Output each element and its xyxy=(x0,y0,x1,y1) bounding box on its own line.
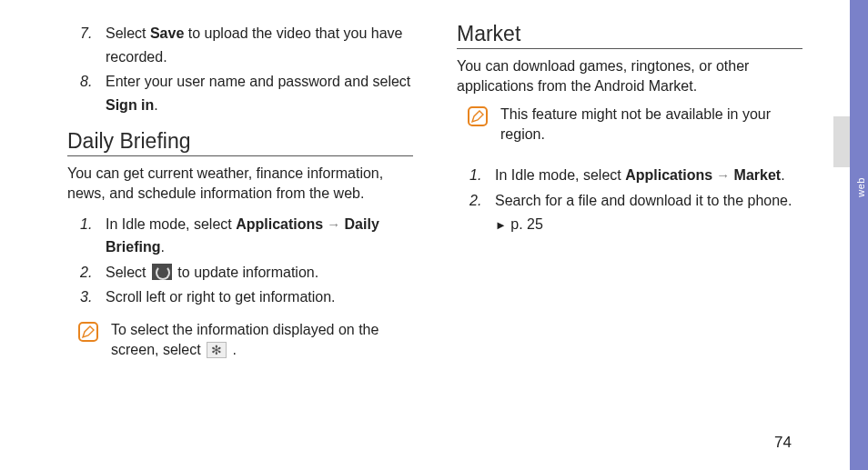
market-steps: In Idle mode, select Applications → Mark… xyxy=(457,164,802,235)
bold: Sign in xyxy=(106,97,154,113)
text: In Idle mode, select xyxy=(495,167,625,183)
step-8: Enter your user name and password and se… xyxy=(67,70,413,116)
step-3: Scroll left or right to get information. xyxy=(67,285,413,309)
manual-page: Select Save to upload the video that you… xyxy=(0,0,868,470)
text: Select xyxy=(106,25,150,41)
text: p. 25 xyxy=(507,216,543,232)
side-tab xyxy=(850,0,868,470)
left-column: Select Save to upload the video that you… xyxy=(49,22,431,470)
step-7: Select Save to upload the video that you… xyxy=(67,22,413,68)
arrow-icon: → xyxy=(323,216,344,232)
step-2: Select to update information. xyxy=(67,261,413,285)
note-box: To select the information displayed on t… xyxy=(78,320,413,359)
right-column: Market You can download games, ringtones… xyxy=(439,22,821,470)
intro-text: You can get current weather, finance inf… xyxy=(67,164,413,203)
heading-daily-briefing: Daily Briefing xyxy=(67,129,413,156)
side-tab-label: web xyxy=(855,177,866,197)
page-number: 74 xyxy=(774,434,792,452)
text: Enter your user name and password and se… xyxy=(106,74,410,89)
intro-text: You can download games, ringtones, or ot… xyxy=(457,56,802,95)
text: . xyxy=(228,342,237,357)
step-1: In Idle mode, select Applications → Dail… xyxy=(67,213,413,259)
text: In Idle mode, select xyxy=(106,216,236,232)
bold: Applications xyxy=(236,216,323,232)
gear-icon xyxy=(207,342,227,358)
note-text: This feature might not be available in y… xyxy=(500,105,802,144)
text: Select xyxy=(106,265,150,280)
step-1: In Idle mode, select Applications → Mark… xyxy=(457,164,802,187)
bold: Applications xyxy=(625,167,712,183)
continued-steps-list: Select Save to upload the video that you… xyxy=(67,22,413,116)
text: Search for a file and download it to the… xyxy=(495,193,792,208)
note-pencil-icon xyxy=(78,322,98,342)
heading-market: Market xyxy=(457,22,802,49)
note-text: To select the information displayed on t… xyxy=(111,320,413,359)
text: to update information. xyxy=(174,265,318,280)
daily-briefing-steps: In Idle mode, select Applications → Dail… xyxy=(67,213,413,309)
text: . xyxy=(160,239,164,255)
triangle-icon: ► xyxy=(495,218,507,232)
note-pencil-icon xyxy=(468,106,488,126)
refresh-icon xyxy=(152,264,172,280)
text: To select the information displayed on t… xyxy=(111,322,378,357)
arrow-icon: → xyxy=(712,167,733,183)
bold: Market xyxy=(734,167,782,183)
note-box: This feature might not be available in y… xyxy=(468,105,802,144)
text: . xyxy=(154,97,157,113)
step-2: Search for a file and download it to the… xyxy=(457,189,802,235)
bold: Save xyxy=(150,25,184,41)
text: . xyxy=(781,167,784,183)
